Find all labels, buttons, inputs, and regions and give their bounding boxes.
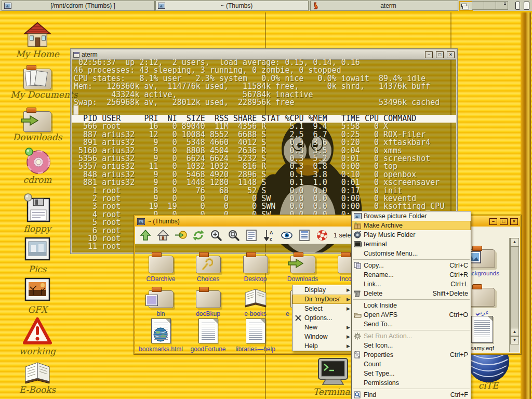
menu-item-count[interactable]: Count [352,360,471,369]
maximize-button[interactable]: □ [436,51,444,58]
desktop-icon-gfx[interactable]: GFX [10,275,64,315]
close-button[interactable]: × [447,51,455,58]
bookmarks-icon[interactable] [175,229,187,242]
desktop-icon-my-home[interactable]: My Home [10,20,64,59]
file-item-docbkup[interactable]: docBkup [184,284,232,317]
desktop-icon-floppy[interactable]: floppy [10,193,64,234]
zoom-in-icon[interactable] [210,229,222,242]
menu-item-browse-picture-folder[interactable]: Browse picture Folder [352,211,471,221]
desktop-icon-my-documents[interactable]: My Documents [10,60,64,100]
file-label: Choices [184,275,232,283]
file-item-bin[interactable]: bin [137,284,184,317]
file-actions-menu: Browse picture Folder Make Archive Play … [351,211,471,399]
desktop-icon-cdrom[interactable]: cdrom [10,145,64,185]
rox-context-menu: Display▶ Dir 'myDocs'▶ Select▶ Options..… [292,285,353,351]
warning-icon [10,317,64,346]
menu-item-delete[interactable]: DeleteShift+Delete [352,289,471,298]
menu-item-set-type[interactable]: Set Type... [352,369,471,378]
menu-item-display[interactable]: Display▶ [292,285,353,295]
trash-icon [354,290,364,297]
file-label: Desktop [232,275,279,283]
vertical-scrollbar[interactable]: ▲ ▲ ▼ [509,238,519,352]
menu-item-window[interactable]: Window▶ [292,332,353,341]
menu-item-properties[interactable]: PropertiesCtrl+P [352,350,471,360]
menu-item-link[interactable]: Link...Ctrl+L [352,280,471,289]
find-icon [354,391,364,398]
menu-item-help[interactable]: Help▶ [292,341,353,351]
taskbar-button-aterm[interactable]: aterm [310,1,458,11]
taskbar-button-home-thumbs[interactable]: ~ (Thumbs) [155,1,309,11]
wallpaper-right-band [521,12,531,399]
svg-text:z: z [270,236,272,242]
desktop-icon-pics[interactable]: Pics [10,235,64,274]
scroll-down-arrow[interactable]: ▼ [510,336,519,344]
desktop-icon-downloads[interactable]: Downloads [10,103,64,142]
taskbar-button-cdrom[interactable]: [/mnt/cdrom (Thumbs) ] [2,1,155,11]
menu-item-rename[interactable]: Rename...Ctrl+R [352,270,471,280]
pager-desktop-3[interactable] [484,1,496,10]
pager-desktop-2[interactable] [472,1,484,10]
pager-desktop-1[interactable] [459,1,473,11]
thumbnails-zoom-icon[interactable] [228,229,240,242]
menu-item-find[interactable]: FindCtrl+F [352,390,471,399]
floppy-icon [10,193,64,223]
speaker-icon [354,231,364,238]
folder-icon [232,249,279,273]
help-lifesaver-icon[interactable] [316,229,328,242]
menu-item-copy[interactable]: Copy...Ctrl+C [352,261,471,270]
submenu-arrow-icon: ▶ [347,343,350,349]
file-item-goodfortune[interactable]: goodFortune [184,320,232,353]
top-summary-text: 02:56:37 up 2:12, 2 users, load average:… [74,59,440,115]
minimize-button[interactable]: – [425,51,433,58]
taskbar: [/mnt/cdrom (Thumbs) ] ~ (Thumbs) aterm [0,0,532,11]
show-hidden-eye-icon[interactable] [281,229,293,242]
menu-item-set-icon[interactable]: Set Icon... [352,341,471,350]
menu-item-terminal[interactable]: terminal [352,240,471,249]
copy-icon [354,262,364,269]
menu-item-open-avfs[interactable]: Open AVFSCtrl+O [352,310,471,320]
gfx-photo-icon [10,275,64,304]
file-item-choices[interactable]: Choices [184,249,232,283]
menu-item-permissions[interactable]: Permissions [352,378,471,388]
desktop-icon-label: working [10,346,64,356]
sort-icon[interactable]: A z [263,229,275,242]
file-item-bookmarks[interactable]: bookmarks.html [137,320,184,353]
file-item-desktop[interactable]: Desktop [232,249,279,283]
home-icon[interactable] [157,229,169,242]
menu-item-dir-mydocs[interactable]: Dir 'myDocs'▶ [292,295,353,304]
list-view-icon[interactable] [245,229,258,242]
up-icon[interactable] [139,229,152,242]
maximize-button[interactable]: □ [500,218,508,225]
desktop-icon-label: GFX [10,304,64,315]
file-item-cdarchive[interactable]: CDarchive [137,249,184,283]
desktop-icon-working[interactable]: working [10,317,64,356]
menu-item-select[interactable]: Select▶ [292,304,353,313]
close-button[interactable]: × [510,218,518,225]
scroll-icon [354,351,364,358]
rox-window-icon [137,218,145,225]
svg-text:A: A [270,230,273,235]
scrollbar-thumb[interactable] [510,246,519,333]
file-item-ebooks[interactable]: e-books [232,284,279,317]
refresh-icon[interactable] [192,229,205,242]
menu-item-look-inside[interactable]: Look Inside [352,301,471,310]
file-item-downloads[interactable]: Downloads [279,249,326,283]
menu-item-set-run-action[interactable]: Set Run Action... [352,331,471,341]
tray-bar-2[interactable] [524,2,529,10]
scroll-up-arrow[interactable]: ▲ [510,238,519,246]
menu-item-send-to[interactable]: Send To... [352,320,471,329]
menu-item-make-archive[interactable]: Make Archive [352,221,471,230]
tray-bar-1[interactable] [515,2,520,10]
submenu-arrow-icon: ▶ [347,334,350,339]
menu-item-options[interactable]: Options... [292,313,353,323]
pager-desktop-4[interactable] [496,1,508,10]
minimize-button[interactable]: – [489,218,497,225]
scroll-up-arrow[interactable]: ▲ [510,328,519,336]
documents-folder-icon [10,60,64,89]
select-list-icon[interactable] [298,229,311,242]
menu-item-play-music-folder[interactable]: Play Music Folder [352,230,471,240]
desktop-icon-ebooks[interactable]: E-Books [10,358,64,395]
menu-item-new[interactable]: New▶ [292,323,353,332]
menu-item-customise-menu[interactable]: Customise Menu... [352,249,471,258]
file-item-libraries-help[interactable]: libraries—help [232,320,279,353]
